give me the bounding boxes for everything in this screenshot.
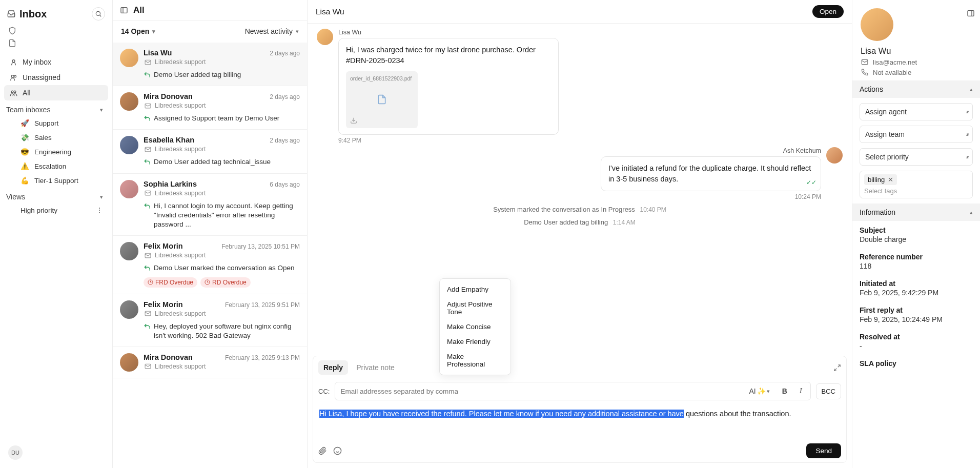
tab-private-note[interactable]: Private note [351,360,400,375]
incoming-message: Lisa Wu Hi, I was charged twice for my l… [317,29,843,144]
current-user-avatar[interactable]: DU [8,445,23,460]
conversation-item[interactable]: Mira Donovan2 days agoLibredesk supportA… [113,86,307,130]
contact-avatar [861,8,893,41]
ai-menu-item[interactable]: Adjust Positive Tone [443,297,507,319]
conversation-avatar [120,136,138,154]
conversation-item[interactable]: Sophia Larkins6 days agoLibredesk suppor… [113,174,307,236]
ai-menu-item[interactable]: Make Concise [443,319,507,334]
sparkle-icon: ✨ [757,387,766,395]
info-label: SLA policy [860,359,973,368]
italic-button[interactable]: I [797,386,805,396]
sender-avatar [826,147,843,164]
ai-tool-button[interactable]: AI ✨ ▾ [746,386,773,396]
conversation-name: Lisa Wu [144,49,172,57]
chevron-down-icon: ▾ [100,194,103,200]
panel-right-icon[interactable] [967,9,975,17]
conversation-item[interactable]: Felix MorinFebruary 13, 2025 9:51 PMLibr… [113,294,307,347]
information-section-header[interactable]: Information ▴ [852,204,980,221]
message-time: 9:42 PM [338,137,559,144]
select-label: Assign agent [865,108,907,116]
people-icon [9,89,17,97]
conversation-name: Felix Morin [144,242,183,250]
team-inbox-item[interactable]: 🚀Support [15,116,108,130]
team-emoji-icon: ⚠️ [21,162,29,170]
info-label: First reply at [860,306,973,314]
attachment[interactable]: order_id_6881522903.pdf [346,71,418,128]
tag-remove-icon[interactable]: ✕ [888,176,893,184]
info-label: Subject [860,226,973,234]
contact-name: Lisa Wu [861,46,972,56]
assign-team-select[interactable]: Assign team▴▾ [860,126,973,143]
system-text: System marked the conversation as In Pro… [493,206,635,213]
info-label: Reference number [860,253,973,261]
list-title: All [133,5,145,15]
bold-button[interactable]: B [779,386,790,396]
team-emoji-icon: 💪 [21,176,29,185]
nav-unassigned[interactable]: Unassigned [4,70,108,85]
ai-menu-item[interactable]: Add Empathy [443,282,507,297]
filter-open-count[interactable]: 14 Open ▾ [121,27,155,35]
more-icon[interactable]: ⋮ [96,206,103,214]
shield-icon[interactable] [8,27,16,35]
team-inbox-item[interactable]: ⚠️Escalation [15,159,108,173]
search-button[interactable] [92,7,105,21]
conversation-time: 2 days ago [270,137,300,144]
conversation-source: Libredesk support [144,101,300,110]
ai-menu-item[interactable]: Make Friendly [443,334,507,349]
team-inbox-item[interactable]: 💸Sales [15,130,108,145]
nav-my-inbox[interactable]: My inbox [4,54,108,70]
assign-agent-select[interactable]: Assign agent▴▾ [860,103,973,120]
reply-icon [144,264,151,272]
expand-icon[interactable] [833,364,841,372]
sidebar-title: Inbox [19,8,47,20]
team-inboxes-section[interactable]: Team inboxes ▾ [4,100,108,116]
file-icon[interactable] [8,39,16,47]
composer-editor[interactable]: Hi Lisa, I hope you have received the re… [313,403,846,439]
conversation-item[interactable]: Mira DonovanFebruary 13, 2025 9:13 PMLib… [113,347,307,378]
cc-input[interactable] [340,388,740,395]
panel-left-icon[interactable] [120,6,128,14]
nav-all[interactable]: All [4,85,108,100]
team-emoji-icon: 💸 [21,133,29,141]
conversation-item[interactable]: Felix MorinFebruary 13, 2025 10:51 PMLib… [113,236,307,294]
sort-dropdown[interactable]: Newest activity ▾ [245,27,299,35]
view-label: High priority [21,207,57,214]
emoji-icon[interactable] [333,446,342,455]
draft-text-selected: Hi Lisa, I hope you have received the re… [319,410,684,418]
mail-icon [144,145,152,153]
priority-select[interactable]: Select priority▴▾ [860,148,973,166]
sender-name: Ash Ketchum [601,147,821,154]
tags-input[interactable]: billing✕ Select tags [860,171,973,198]
cc-label: CC: [318,388,330,395]
conversation-panel: Lisa Wu Open Lisa Wu Hi, I was charged t… [308,0,852,468]
send-button[interactable]: Send [806,443,841,458]
actions-section-header[interactable]: Actions ▴ [852,80,980,98]
conversation-item[interactable]: Esabella Khan2 days agoLibredesk support… [113,130,307,173]
attach-icon[interactable] [318,446,327,455]
mail-icon [144,189,152,197]
info-value: 118 [860,262,973,270]
team-inbox-item[interactable]: 💪Tier-1 Support [15,173,108,188]
tab-reply[interactable]: Reply [318,360,348,375]
sidebar: Inbox My inbox Unassigned All Team inbox… [0,0,113,468]
status-button[interactable]: Open [812,5,844,18]
conversation-item[interactable]: Lisa Wu2 days agoLibredesk supportDemo U… [113,43,307,86]
tag-chip: billing✕ [864,174,897,185]
team-label: Sales [34,134,52,141]
conversation-preview: Demo User marked the conversation as Ope… [144,263,300,273]
conversation-name: Mira Donovan [144,92,193,100]
team-inbox-item[interactable]: 😎Engineering [15,145,108,159]
views-section[interactable]: Views ▾ [4,188,108,203]
conversation-source: Libredesk support [144,189,300,197]
conversation-name: Felix Morin [144,300,183,309]
section-title: Information [860,208,895,216]
bcc-button[interactable]: BCC [816,383,841,399]
message-body: Hi, I was charged twice for my last dron… [346,45,551,66]
conversation-name: Sophia Larkins [144,180,197,188]
chevron-down-icon: ▾ [100,107,103,113]
ai-menu-item[interactable]: Make Professional [443,349,507,372]
view-high-priority[interactable]: High priority ⋮ [15,203,108,217]
download-icon[interactable] [350,117,414,124]
conversation-avatar [120,92,138,111]
chevron-down-icon: ▾ [296,28,299,35]
